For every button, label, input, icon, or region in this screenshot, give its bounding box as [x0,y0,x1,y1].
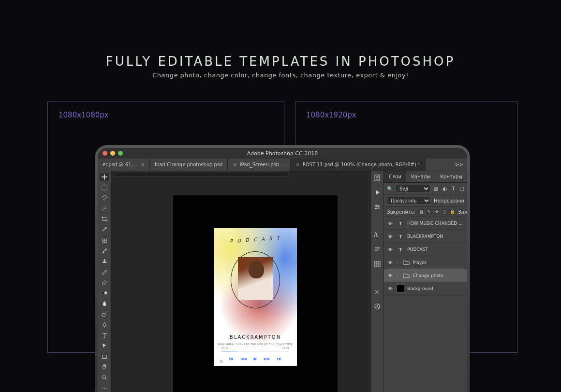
visibility-icon[interactable]: 👁 [387,260,394,265]
lock-pixels-icon[interactable]: ✎ [426,209,432,215]
blend-mode-dropdown[interactable]: Пропустить [387,197,431,204]
pen-tool[interactable] [100,321,109,329]
forward-icon: ►► [264,356,270,361]
tab-doc-3[interactable]: ×iPad_Screen.psb … [228,159,291,171]
tab-label: Ipad Change photoshop.psd [155,162,222,167]
filter-adjust-icon[interactable]: ◐ [443,186,447,191]
filter-pixel-icon[interactable]: ▧ [433,186,438,191]
eyedropper-tool[interactable] [100,226,109,233]
layer-group-player[interactable]: 👁 › Player [384,256,467,269]
search-icon[interactable]: 🔍 [387,186,393,191]
lock-position-icon[interactable]: ✥ [434,209,440,215]
filter-dropdown[interactable]: Вид [396,185,430,192]
tab-overflow-button[interactable]: >> [455,162,463,167]
headline: FULLY EDITABLE TEMPLATES IN PHOTOSHOP [0,54,561,69]
panel-tabs: Слои Каналы Контуры [384,171,467,183]
edit-toolbar-button[interactable] [100,384,109,392]
tab-doc-4[interactable]: ×POST-11.psd @ 100% (Change photo, RGB/8… [291,159,426,171]
crop-tool[interactable] [100,215,109,223]
glyphs-panel-icon[interactable] [373,260,381,268]
disclosure-icon[interactable]: › [397,260,399,265]
layer-text-2[interactable]: 👁 T BLACKRAMPTON [384,230,467,243]
3d-panel-icon[interactable] [373,303,381,310]
adjustments-panel-icon[interactable] [373,203,381,211]
svg-rect-5 [102,355,106,358]
healing-brush-tool[interactable] [100,236,109,244]
path-selection-tool[interactable] [100,342,109,350]
gradient-tool[interactable] [100,289,109,297]
eraser-tool[interactable] [100,279,109,287]
visibility-icon[interactable]: 👁 [387,247,394,252]
poster-subtitle: HOW MUSIC CHANGED THE LIFE OF THE COLLEC… [214,343,297,346]
tab-doc-2[interactable]: Ipad Change photoshop.psd [150,159,228,171]
tab-channels[interactable]: Каналы [406,171,435,182]
layer-name: Player [413,260,464,265]
tab-paths[interactable]: Контуры [435,171,467,182]
svg-point-12 [378,206,379,208]
type-layer-icon: T [397,219,404,227]
close-icon[interactable]: × [233,162,236,167]
blur-tool[interactable] [100,300,109,307]
layer-text-3[interactable]: 👁 T PODCAST [384,243,467,256]
visibility-icon[interactable]: 👁 [387,286,394,291]
lock-all-icon[interactable]: ▦ [418,209,424,215]
history-brush-tool[interactable] [100,268,109,276]
tab-label: POST-11.psd @ 100% (Change photo, RGB/8#… [303,162,420,167]
filter-type-icon[interactable]: T [452,186,455,191]
history-panel-icon[interactable] [373,174,381,182]
ipad-screen: Adobe Photoshop CC 2018 er.psd @ 61,…× I… [98,148,467,392]
fill-label: Зал [458,209,467,215]
canvas-area[interactable]: P O D C A S T BLACKRAMPTON HOW MUSIC CHA… [111,171,370,392]
character-panel-icon[interactable]: A [373,231,381,239]
hand-tool[interactable] [100,363,109,371]
brush-tool[interactable] [100,247,109,255]
zoom-tool[interactable] [100,374,109,381]
tools-panel-icon[interactable] [373,288,381,296]
layer-background[interactable]: 👁 Background [384,282,467,295]
tab-label: iPad_Screen.psb … [240,162,285,167]
options-bar-segment[interactable] [114,171,288,177]
next-icon: ⏭ [277,356,281,361]
clone-stamp-tool[interactable] [100,258,109,265]
disclosure-icon[interactable]: › [397,273,399,278]
cc-icon: © [220,360,223,364]
layer-name: HOW MUSIC CHANGED THE LIFE OF T [407,221,464,226]
collapsed-panels: A [370,171,384,392]
ipad-frame: Adobe Photoshop CC 2018 er.psd @ 61,…× I… [95,145,470,392]
layer-text-1[interactable]: 👁 T HOW MUSIC CHANGED THE LIFE OF T [384,217,467,230]
paragraph-panel-icon[interactable] [373,246,381,253]
close-icon[interactable]: × [295,162,299,167]
svg-point-8 [104,388,105,389]
tab-layers[interactable]: Слои [384,171,406,182]
close-icon[interactable]: × [141,162,145,167]
layer-group-change-photo[interactable]: 👁 › Change photo [384,269,467,282]
rectangle-tool[interactable] [100,353,109,361]
rewind-icon: ◄◄ [240,356,247,361]
move-tool[interactable] [100,173,109,181]
lock-icon[interactable]: 🔒 [449,209,455,215]
blend-row: Пропустить Непрозрачн [384,195,467,207]
tab-label: er.psd @ 61,… [103,162,138,167]
window-titlebar: Adobe Photoshop CC 2018 [98,148,467,159]
svg-point-11 [376,205,377,206]
marquee-tool[interactable] [100,184,109,191]
poster-artwork: P O D C A S T BLACKRAMPTON HOW MUSIC CHA… [214,228,297,366]
type-tool[interactable] [100,332,109,339]
lasso-tool[interactable] [100,194,109,202]
type-layer-icon: T [397,246,404,253]
lock-artboard-icon[interactable]: ▯ [442,209,447,215]
dimension-label: 1080x1080px [59,111,273,119]
visibility-icon[interactable]: 👁 [387,273,394,278]
filter-shape-icon[interactable]: ▢ [460,186,464,191]
magic-wand-tool[interactable] [100,205,109,213]
play-panel-icon[interactable] [373,189,381,196]
document-canvas[interactable]: P O D C A S T BLACKRAMPTON HOW MUSIC CHA… [173,195,338,392]
dodge-tool[interactable] [100,310,109,318]
time-elapsed: 00:15 [221,347,228,349]
layers-panel: Слои Каналы Контуры 🔍 Вид ▧ ◐ T ▢ Пропус… [384,171,467,392]
visibility-icon[interactable]: 👁 [387,221,394,226]
lock-label: Закрепить: [387,209,415,215]
tab-doc-1[interactable]: er.psd @ 61,…× [98,159,150,171]
dimension-label: 1080x1920px [306,111,506,119]
visibility-icon[interactable]: 👁 [387,234,394,239]
